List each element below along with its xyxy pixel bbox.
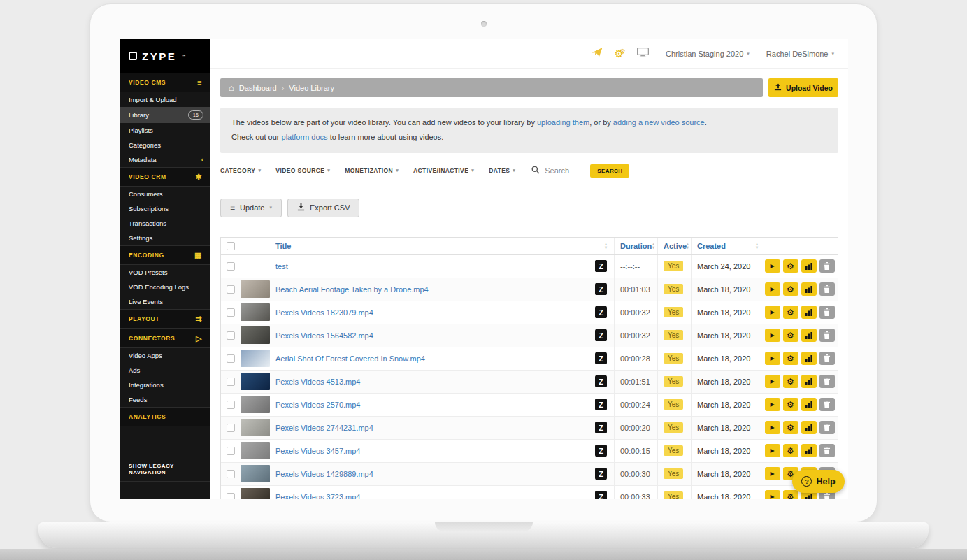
- play-button[interactable]: ▶: [765, 352, 780, 365]
- filter-dropdown[interactable]: MONETIZATION ▾: [345, 167, 399, 174]
- platform-docs-link[interactable]: platform docs: [282, 133, 328, 141]
- video-title-link[interactable]: Aerial Shot Of Forest Covered In Snow.mp…: [275, 354, 425, 363]
- analytics-button[interactable]: [801, 398, 817, 411]
- play-button[interactable]: ▶: [765, 421, 780, 434]
- delete-button[interactable]: [819, 444, 835, 457]
- video-title-link[interactable]: Pexels Videos 1823079.mp4: [275, 308, 373, 317]
- video-title-link[interactable]: test: [275, 262, 288, 271]
- row-checkbox[interactable]: [227, 285, 235, 294]
- analytics-button[interactable]: [801, 352, 817, 365]
- nav-group-icon[interactable]: ▦: [194, 252, 202, 259]
- home-icon[interactable]: ⌂: [229, 84, 234, 92]
- settings-button[interactable]: ⚙: [783, 329, 798, 342]
- uploading-them-link[interactable]: uploading them: [537, 118, 589, 127]
- user-menu[interactable]: Rachel DeSimone ▾: [766, 50, 834, 58]
- row-checkbox[interactable]: [227, 378, 235, 386]
- help-button[interactable]: ? Help: [792, 470, 845, 493]
- row-checkbox[interactable]: [227, 424, 235, 432]
- monitor-icon[interactable]: [637, 48, 649, 60]
- sidebar-item[interactable]: Ads: [120, 363, 210, 378]
- nav-group-icon[interactable]: ▷: [196, 335, 202, 342]
- analytics-button[interactable]: [801, 421, 817, 434]
- sidebar-item[interactable]: Categories: [120, 138, 210, 152]
- settings-button[interactable]: ⚙: [783, 306, 798, 319]
- settings-button[interactable]: ⚙: [783, 398, 798, 411]
- play-button[interactable]: ▶: [765, 490, 780, 499]
- analytics-button[interactable]: [801, 259, 817, 273]
- sort-icon[interactable]: ▴▾: [756, 243, 758, 250]
- video-title-link[interactable]: Pexels Videos 1564582.mp4: [275, 331, 373, 340]
- filter-dropdown[interactable]: DATES ▾: [489, 167, 515, 174]
- settings-button[interactable]: ⚙: [783, 282, 798, 296]
- settings-button[interactable]: ⚙: [783, 421, 798, 434]
- sidebar-item[interactable]: Settings: [120, 231, 210, 245]
- sidebar-item[interactable]: Import & Upload: [120, 92, 210, 107]
- delete-button[interactable]: [819, 375, 835, 388]
- video-title-link[interactable]: Pexels Videos 3723.mp4: [275, 493, 361, 499]
- row-checkbox[interactable]: [227, 331, 235, 340]
- sidebar-item[interactable]: Transactions: [120, 216, 210, 231]
- sort-icon[interactable]: ▴▾: [605, 243, 607, 250]
- delete-button[interactable]: [819, 421, 835, 434]
- play-button[interactable]: ▶: [765, 467, 780, 480]
- row-checkbox[interactable]: [227, 447, 235, 455]
- delete-button[interactable]: [819, 282, 835, 296]
- video-title-link[interactable]: Pexels Videos 4513.mp4: [275, 378, 361, 386]
- analytics-button[interactable]: [801, 306, 817, 319]
- play-button[interactable]: ▶: [765, 375, 780, 388]
- add-video-source-link[interactable]: adding a new video source: [613, 118, 705, 127]
- nav-group-icon[interactable]: ✱: [195, 173, 202, 180]
- analytics-button[interactable]: [801, 444, 817, 457]
- sort-icon[interactable]: ▴▾: [687, 243, 689, 250]
- filter-dropdown[interactable]: ACTIVE/INACTIVE ▾: [413, 167, 474, 174]
- video-title-link[interactable]: Pexels Videos 2570.mp4: [275, 401, 361, 409]
- video-title-link[interactable]: Pexels Videos 2744231.mp4: [275, 424, 373, 432]
- export-csv-button[interactable]: Export CSV: [287, 199, 359, 217]
- nav-group-icon[interactable]: ⇉: [195, 315, 202, 322]
- play-button[interactable]: ▶: [765, 444, 780, 457]
- update-dropdown-button[interactable]: ≡ Update ▾: [220, 199, 282, 217]
- filter-dropdown[interactable]: CATEGORY ▾: [220, 167, 261, 174]
- row-checkbox[interactable]: [227, 401, 235, 409]
- sort-icon[interactable]: ▴▾: [652, 243, 654, 250]
- play-button[interactable]: ▶: [765, 306, 780, 319]
- upload-video-button[interactable]: Upload Video: [768, 78, 838, 97]
- delete-button[interactable]: [819, 329, 835, 342]
- sidebar-item[interactable]: Live Events: [120, 294, 210, 309]
- settings-button[interactable]: ⚙: [783, 259, 798, 273]
- sidebar-item[interactable]: VOD Encoding Logs: [120, 280, 210, 294]
- delete-button[interactable]: [819, 352, 835, 365]
- play-button[interactable]: ▶: [765, 259, 780, 273]
- analytics-button[interactable]: [801, 375, 817, 388]
- sidebar-item[interactable]: VOD Presets: [120, 265, 210, 280]
- select-all-checkbox[interactable]: [227, 242, 235, 250]
- account-switcher[interactable]: Christian Staging 2020 ▾: [666, 50, 750, 58]
- row-checkbox[interactable]: [227, 262, 235, 271]
- search-button[interactable]: SEARCH: [590, 164, 629, 178]
- legacy-navigation-toggle[interactable]: SHOW LEGACY NAVIGATION: [120, 457, 210, 482]
- analytics-button[interactable]: [801, 329, 817, 342]
- analytics-button[interactable]: [801, 282, 817, 296]
- paper-plane-icon[interactable]: [592, 48, 603, 60]
- sidebar-item[interactable]: Feeds: [120, 392, 210, 407]
- sidebar-item[interactable]: Metadata ‹: [120, 152, 210, 167]
- video-title-link[interactable]: Pexels Videos 1429889.mp4: [275, 470, 373, 478]
- sidebar-item[interactable]: Playlists: [120, 123, 210, 138]
- settings-button[interactable]: ⚙: [783, 375, 798, 388]
- settings-button[interactable]: ⚙: [783, 444, 798, 457]
- filter-dropdown[interactable]: VIDEO SOURCE ▾: [275, 167, 330, 174]
- row-checkbox[interactable]: [227, 470, 235, 478]
- play-button[interactable]: ▶: [765, 398, 780, 411]
- row-checkbox[interactable]: [227, 308, 235, 317]
- breadcrumb-home-link[interactable]: Dashboard: [239, 84, 277, 92]
- delete-button[interactable]: [819, 306, 835, 319]
- play-button[interactable]: ▶: [765, 282, 780, 296]
- sidebar-item[interactable]: Subscriptions: [120, 201, 210, 216]
- play-button[interactable]: ▶: [765, 329, 780, 342]
- row-checkbox[interactable]: [227, 354, 235, 363]
- delete-button[interactable]: [819, 259, 835, 273]
- video-title-link[interactable]: Pexels Videos 3457.mp4: [275, 447, 361, 455]
- video-title-link[interactable]: Beach Aerial Footage Taken by a Drone.mp…: [275, 285, 429, 294]
- row-checkbox[interactable]: [227, 493, 235, 499]
- sidebar-item[interactable]: Library 16: [120, 107, 210, 123]
